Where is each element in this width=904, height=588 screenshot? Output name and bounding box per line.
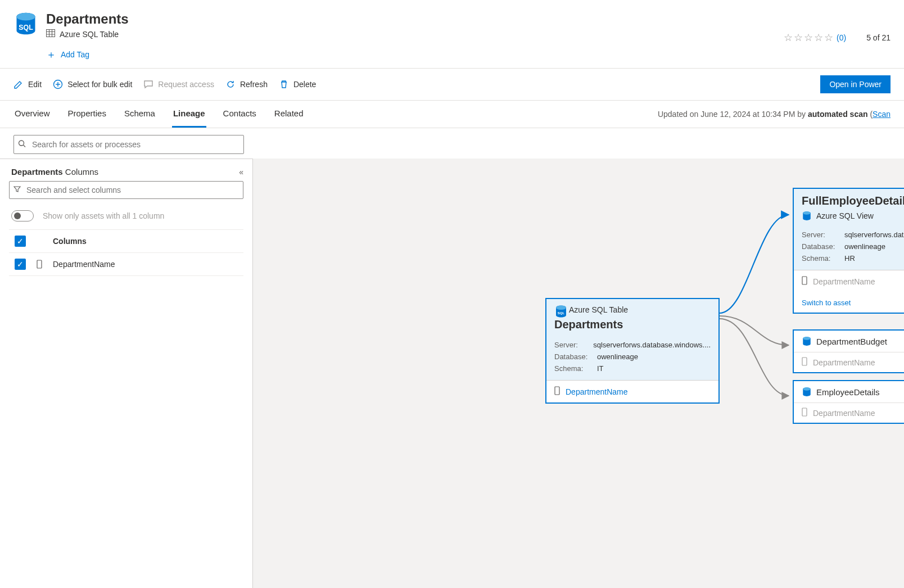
rating[interactable]: ☆☆☆☆☆ (0): [784, 31, 846, 44]
column-row[interactable]: ✓ DepartmentName: [9, 252, 243, 276]
lineage-search-input[interactable]: [13, 135, 244, 154]
sql-icon: SQL: [13, 11, 38, 36]
rating-count: (0): [837, 33, 846, 42]
svg-point-1: [17, 13, 35, 21]
node-column[interactable]: DepartmentName: [794, 352, 904, 372]
node-meta: Server:sqlserverforws.database.windows.n…: [794, 227, 904, 270]
tabs: Overview Properties Schema Lineage Conta…: [13, 101, 305, 128]
svg-rect-3: [47, 30, 55, 37]
search-row: [0, 128, 904, 159]
request-access-button[interactable]: Request access: [143, 79, 214, 89]
switch-to-asset[interactable]: Switch to asset: [794, 292, 904, 313]
asset-type-label: Azure SQL Table: [60, 30, 119, 39]
refresh-icon: [225, 79, 236, 89]
node-column[interactable]: DepartmentName: [546, 380, 718, 402]
svg-line-12: [24, 145, 26, 147]
edit-button[interactable]: Edit: [13, 79, 42, 89]
node-column[interactable]: DepartmentName: [794, 402, 904, 423]
open-in-power-button[interactable]: Open in Power: [820, 75, 891, 93]
tab-schema[interactable]: Schema: [123, 101, 156, 128]
svg-point-20: [803, 211, 811, 215]
lineage-node-full-employee[interactable]: FullEmployeeDetails Azure SQL View Serve…: [793, 188, 904, 314]
tab-overview[interactable]: Overview: [13, 101, 51, 128]
node-type: Azure SQL Table: [569, 305, 628, 314]
body: Departments Columns « Show only assets w…: [0, 159, 904, 588]
lineage-canvas[interactable]: SQL Azure SQL Table Departments Server:s…: [253, 159, 904, 588]
column-icon: [802, 276, 807, 287]
svg-rect-24: [802, 358, 807, 365]
select-bulk-button[interactable]: Select for bulk edit: [53, 79, 132, 89]
svg-point-23: [803, 337, 811, 340]
page-counter: 5 of 21: [866, 33, 891, 42]
sql-icon: SQL: [554, 305, 564, 315]
comment-icon: [143, 79, 153, 89]
subtitle-row: Azure SQL Table: [46, 29, 784, 39]
column-name: DepartmentName: [53, 260, 115, 269]
svg-rect-17: [555, 387, 559, 395]
toggle-label: Show only assets with all 1 column: [43, 211, 164, 220]
column-search-input[interactable]: [9, 181, 243, 199]
svg-point-15: [556, 306, 566, 310]
column-icon: [554, 386, 560, 397]
node-title: DepartmentBudget: [816, 337, 887, 346]
delete-button[interactable]: Delete: [279, 79, 316, 89]
columns-checkbox[interactable]: ✓: [15, 236, 26, 247]
pencil-icon: [13, 79, 24, 89]
sql-icon: [802, 211, 812, 221]
toggle-row: Show only assets with all 1 column: [0, 205, 252, 229]
header-right: ☆☆☆☆☆ (0) 5 of 21: [784, 11, 891, 44]
node-title: EmployeeDetails: [816, 387, 880, 397]
header-main: Departments Azure SQL Table ＋ Add Tag: [46, 11, 784, 64]
plus-circle-icon: [53, 79, 63, 89]
updated-text: Updated on June 12, 2024 at 10:34 PM by …: [658, 103, 891, 125]
show-only-toggle[interactable]: [11, 210, 34, 221]
columns-label: Columns: [53, 237, 87, 246]
svg-text:SQL: SQL: [558, 311, 565, 315]
plus-icon: ＋: [46, 48, 56, 61]
node-type: Azure SQL View: [816, 211, 874, 220]
toolbar: Edit Select for bulk edit Request access…: [0, 69, 904, 101]
tab-related[interactable]: Related: [273, 101, 305, 128]
column-icon: [802, 357, 807, 368]
panel-header: Departments Columns «: [0, 159, 252, 181]
refresh-button[interactable]: Refresh: [225, 79, 268, 89]
panel-title: Departments Columns: [11, 167, 98, 177]
column-search-box: [9, 181, 243, 199]
svg-rect-27: [802, 408, 807, 416]
column-icon: [35, 260, 44, 269]
node-column[interactable]: DepartmentName: [794, 270, 904, 292]
sql-icon: [802, 387, 812, 397]
svg-point-11: [19, 141, 24, 146]
lineage-node-budget[interactable]: DepartmentBudget DepartmentName: [793, 329, 904, 373]
lineage-search-box: [13, 135, 244, 154]
sql-icon: [802, 336, 812, 346]
page-title: Departments: [46, 11, 784, 27]
column-list: ✓ Columns ✓ DepartmentName: [0, 229, 252, 276]
lineage-node-employee[interactable]: EmployeeDetails DepartmentName: [793, 380, 904, 424]
column-icon: [802, 408, 807, 418]
collapse-icon[interactable]: «: [239, 168, 243, 177]
node-meta: Server:sqlserverforws.database.windows..…: [546, 337, 718, 380]
scan-link[interactable]: Scan: [873, 110, 891, 119]
columns-header-row: ✓ Columns: [9, 229, 243, 252]
svg-rect-13: [37, 260, 42, 268]
add-tag-button[interactable]: ＋ Add Tag: [46, 46, 89, 64]
svg-rect-21: [802, 277, 807, 284]
node-title: Departments: [554, 315, 711, 331]
node-title: FullEmployeeDetails: [802, 195, 904, 207]
page-header: SQL Departments Azure SQL Table ＋ Add Ta…: [0, 0, 904, 69]
search-icon: [18, 140, 26, 150]
svg-point-26: [803, 387, 811, 391]
svg-text:SQL: SQL: [19, 24, 33, 31]
lineage-node-source[interactable]: SQL Azure SQL Table Departments Server:s…: [545, 298, 720, 404]
columns-panel: Departments Columns « Show only assets w…: [0, 159, 253, 588]
filter-icon: [13, 186, 21, 195]
tab-properties[interactable]: Properties: [67, 101, 107, 128]
table-icon: [46, 29, 55, 39]
add-tag-label: Add Tag: [61, 50, 89, 59]
tab-contacts[interactable]: Contacts: [222, 101, 257, 128]
tab-lineage[interactable]: Lineage: [172, 101, 206, 128]
column-checkbox[interactable]: ✓: [15, 259, 26, 270]
star-icon: ☆☆☆☆☆: [784, 31, 834, 44]
tabs-row: Overview Properties Schema Lineage Conta…: [0, 101, 904, 128]
